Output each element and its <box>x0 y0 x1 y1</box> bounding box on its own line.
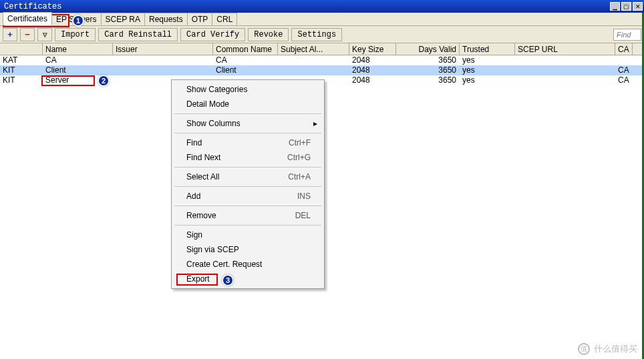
settings-button[interactable]: Settings <box>291 28 342 41</box>
tab-crl[interactable]: CRL <box>212 13 237 25</box>
cell <box>278 65 349 75</box>
col-name[interactable]: Name <box>43 43 113 55</box>
maximize-button[interactable]: ▢ <box>621 2 631 11</box>
tab-otp[interactable]: OTP <box>187 13 213 25</box>
menu-item-sign[interactable]: Sign <box>173 228 323 242</box>
cell <box>278 55 349 65</box>
cell: yes <box>460 65 515 75</box>
annotation-badge-3: 3 <box>222 274 234 286</box>
col-days-valid[interactable]: Days Valid <box>396 43 460 55</box>
menu-separator <box>174 186 321 187</box>
menu-item-export[interactable]: Export <box>173 272 323 286</box>
menu-separator <box>174 133 321 133</box>
annotation-badge-1: 1 <box>72 15 84 27</box>
menu-separator <box>174 225 321 226</box>
menu-item-show-categories[interactable]: Show Categories <box>173 82 323 97</box>
table-header: Name Issuer Common Name Subject Al... Ke… <box>0 43 644 55</box>
revoke-button[interactable]: Revoke <box>248 28 289 41</box>
menu-item-create-cert-request[interactable]: Create Cert. Request <box>173 257 323 272</box>
col-common-name[interactable]: Common Name <box>213 43 278 55</box>
cell <box>515 75 615 85</box>
col-subject-alt[interactable]: Subject Al... <box>278 43 349 55</box>
cell: 2048 <box>349 65 396 75</box>
cell: CA <box>43 55 113 65</box>
cell: 3650 <box>396 65 460 75</box>
cell: yes <box>460 55 515 65</box>
toolbar: + − ▿ Import Card Reinstall Card Verify … <box>0 26 644 43</box>
import-button[interactable]: Import <box>55 28 96 41</box>
col-trusted[interactable]: Trusted <box>460 43 515 55</box>
cell: KIT <box>0 75 43 85</box>
add-icon-button[interactable]: + <box>3 28 17 41</box>
cell <box>515 55 615 65</box>
cell: KAT <box>0 55 43 65</box>
col-ca[interactable]: CA <box>615 43 633 55</box>
menu-item-remove[interactable]: RemoveDEL <box>173 208 323 223</box>
menu-item-detail-mode[interactable]: Detail Mode <box>173 97 323 111</box>
cell: 2048 <box>349 55 396 65</box>
cell <box>113 55 213 65</box>
menu-separator <box>174 113 321 114</box>
minimize-button[interactable]: ▁ <box>610 2 620 11</box>
menu-item-select-all[interactable]: Select AllCtrl+A <box>173 169 323 184</box>
menu-item-sign-via-scep[interactable]: Sign via SCEP <box>173 242 323 257</box>
menu-item-add[interactable]: AddINS <box>173 189 323 204</box>
cell: Client <box>43 65 113 75</box>
col-issuer[interactable]: Issuer <box>113 43 213 55</box>
menu-item-find-next[interactable]: Find NextCtrl+G <box>173 150 323 165</box>
cell: 3650 <box>396 75 460 85</box>
cell: CA <box>615 65 633 75</box>
cell: CA <box>213 55 278 65</box>
col-scep-url[interactable]: SCEP URL <box>515 43 615 55</box>
find-input[interactable] <box>613 29 641 41</box>
cell <box>113 65 213 75</box>
menu-item-show-columns[interactable]: Show Columns <box>173 116 323 131</box>
card-verify-button[interactable]: Card Verify <box>180 28 245 41</box>
cell: CA <box>615 75 633 85</box>
tab-bar: Certificates EP Servers SCEP RA Requests… <box>0 13 644 26</box>
tab-certificates[interactable]: Certificates <box>3 12 52 25</box>
cell: yes <box>460 75 515 85</box>
col-key-size[interactable]: Key Size <box>349 43 396 55</box>
table-row[interactable]: KITClientClient20483650yesCA <box>0 65 644 75</box>
annotation-badge-2: 2 <box>98 75 110 87</box>
filter-icon-button[interactable]: ▿ <box>37 28 52 41</box>
cell: 2048 <box>349 75 396 85</box>
window-title: Certificates <box>4 2 609 11</box>
col-blank[interactable] <box>0 43 43 55</box>
watermark: 值 什么值得买 <box>578 343 637 355</box>
cell <box>515 65 615 75</box>
tab-scep-ra[interactable]: SCEP RA <box>101 13 145 25</box>
window-titlebar: Certificates ▁ ▢ ✕ <box>0 0 644 13</box>
menu-separator <box>174 167 321 167</box>
close-button[interactable]: ✕ <box>633 2 643 11</box>
context-menu: Show CategoriesDetail ModeShow ColumnsFi… <box>171 79 325 289</box>
tab-requests[interactable]: Requests <box>144 13 188 25</box>
card-reinstall-button[interactable]: Card Reinstall <box>98 28 178 41</box>
watermark-icon: 值 <box>578 343 590 355</box>
remove-icon-button[interactable]: − <box>20 28 35 41</box>
cell <box>615 55 633 65</box>
table-row[interactable]: KATCACA20483650yes <box>0 55 644 65</box>
menu-item-find[interactable]: FindCtrl+F <box>173 135 323 150</box>
cell: Client <box>213 65 278 75</box>
cell: 3650 <box>396 55 460 65</box>
cell: KIT <box>0 65 43 75</box>
menu-separator <box>174 206 321 206</box>
